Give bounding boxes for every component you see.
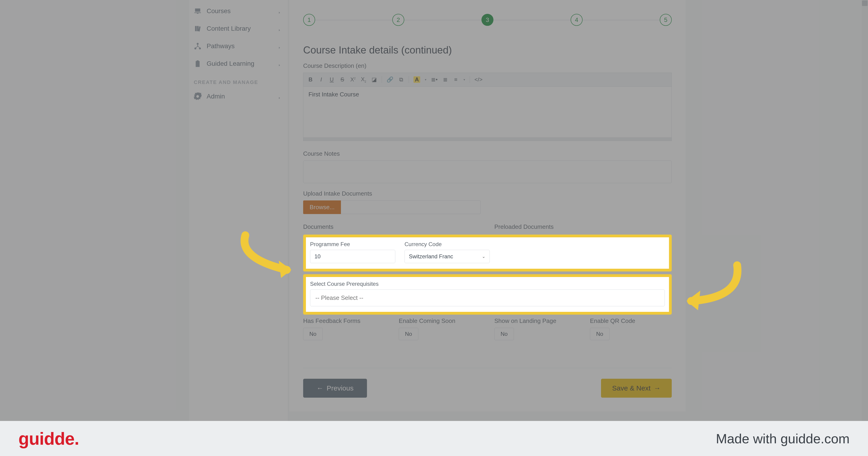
step-2[interactable]: 2 (392, 14, 404, 26)
sidebar-section-header: CREATE AND MANAGE (189, 73, 288, 88)
upload-row: Browse... (303, 200, 480, 214)
sidebar-item-admin[interactable]: Admin (189, 88, 288, 105)
save-next-button[interactable]: Save & Next → (601, 379, 672, 398)
align-icon[interactable]: ≡ (453, 76, 459, 83)
chevron-right-icon (277, 9, 281, 13)
svg-point-0 (197, 43, 199, 45)
rich-text-editor: B I U S X2 X2 ◪ 🔗 ⧉ A▾ ≣• ≣ ≡▾ </> First… (303, 73, 672, 141)
previous-label: Previous (327, 384, 353, 392)
chevron-right-icon (277, 62, 281, 66)
previous-button[interactable]: ← Previous (303, 379, 367, 398)
made-with-label: Made with guidde.com (716, 431, 849, 446)
upload-path[interactable] (341, 200, 480, 214)
landing-label: Show on Landing Page (494, 317, 576, 324)
editor-toolbar: B I U S X2 X2 ◪ 🔗 ⧉ A▾ ≣• ≣ ≡▾ </> (303, 73, 672, 87)
sidebar-item-pathways[interactable]: Pathways (189, 37, 288, 55)
toggle-row: Has Feedback Forms No Enable Coming Soon… (303, 317, 672, 340)
qr-toggle[interactable]: No (590, 328, 610, 340)
sidebar-item-content-library[interactable]: Content Library (189, 20, 288, 37)
sidebar-item-courses[interactable]: Courses (189, 2, 288, 20)
currency-value: Switzerland Franc (409, 253, 453, 260)
link-icon[interactable]: 🔗 (386, 76, 394, 83)
description-label: Course Description (en) (303, 62, 672, 69)
editor-content[interactable]: First Intake Course (303, 87, 672, 138)
caret-icon[interactable]: ▾ (464, 78, 465, 81)
scrollbar-thumb[interactable] (862, 0, 868, 6)
qr-label: Enable QR Code (590, 317, 672, 324)
pathways-icon (194, 42, 202, 50)
sidebar: Courses Content Library Pathways Guided … (189, 0, 288, 456)
sidebar-item-label: Pathways (207, 42, 272, 50)
coming-soon-toggle[interactable]: No (399, 328, 418, 340)
step-1[interactable]: 1 (303, 14, 315, 26)
arrow-left-icon: ← (316, 384, 323, 392)
main-content: 1 2 3 4 5 Course Intake details (continu… (289, 0, 686, 411)
superscript-icon[interactable]: X2 (350, 76, 356, 83)
monitor-icon (194, 7, 202, 15)
chevron-right-icon (277, 94, 281, 98)
notes-label: Course Notes (303, 150, 672, 157)
library-icon (194, 25, 202, 32)
chevron-down-icon: ⌄ (482, 254, 485, 259)
bullet-list-icon[interactable]: ≣• (431, 76, 437, 83)
coming-soon-label: Enable Coming Soon (399, 317, 480, 324)
step-5[interactable]: 5 (660, 14, 672, 26)
stepper: 1 2 3 4 5 (303, 14, 672, 26)
unlink-icon[interactable]: ⧉ (398, 76, 404, 83)
code-icon[interactable]: </> (474, 76, 483, 83)
step-3[interactable]: 3 (482, 14, 493, 26)
clipboard-icon (194, 60, 202, 67)
sidebar-item-label: Guided Learning (207, 60, 272, 67)
prereq-label: Select Course Prerequisites (310, 281, 665, 287)
landing-toggle[interactable]: No (494, 328, 514, 340)
currency-select[interactable]: Switzerland Franc ⌄ (404, 250, 490, 263)
resize-handle[interactable] (303, 138, 672, 141)
course-notes-input[interactable] (303, 161, 672, 183)
highlight-prerequisites: Select Course Prerequisites (303, 274, 672, 315)
eraser-icon[interactable]: ◪ (371, 76, 377, 83)
sidebar-item-label: Admin (207, 93, 272, 100)
highlight-fee-currency: Programme Fee Currency Code Switzerland … (303, 234, 672, 272)
upload-label: Upload Intake Documents (303, 190, 672, 197)
page-title: Course Intake details (continued) (303, 44, 672, 56)
number-list-icon[interactable]: ≣ (442, 76, 448, 83)
chevron-right-icon (277, 27, 281, 31)
preloaded-documents-label: Preloaded Documents (494, 223, 672, 230)
arrow-right-icon: → (654, 384, 661, 392)
sidebar-item-label: Courses (207, 7, 272, 15)
prerequisites-select[interactable] (310, 289, 665, 306)
guidde-logo: guidde. (19, 429, 79, 449)
chevron-right-icon (277, 44, 281, 48)
footer: guidde. Made with guidde.com (0, 421, 868, 456)
documents-label: Documents (303, 223, 485, 230)
bottom-bar: ← Previous Save & Next → (303, 368, 672, 398)
sidebar-item-label: Content Library (207, 25, 272, 32)
bold-icon[interactable]: B (308, 76, 313, 83)
feedback-toggle[interactable]: No (303, 328, 323, 340)
feedback-label: Has Feedback Forms (303, 317, 385, 324)
gear-icon (194, 92, 202, 100)
browse-button[interactable]: Browse... (303, 200, 341, 214)
currency-label: Currency Code (404, 241, 490, 248)
caret-icon[interactable]: ▾ (425, 78, 426, 81)
underline-icon[interactable]: U (329, 76, 335, 83)
step-4[interactable]: 4 (570, 14, 583, 26)
sidebar-item-guided-learning[interactable]: Guided Learning (189, 55, 288, 73)
scrollbar[interactable] (862, 0, 868, 456)
strike-icon[interactable]: S (339, 76, 345, 83)
separator (470, 76, 470, 83)
subscript-icon[interactable]: X2 (361, 76, 367, 83)
highlight-icon[interactable]: A (413, 76, 420, 83)
italic-icon[interactable]: I (318, 76, 324, 83)
fee-label: Programme Fee (310, 241, 395, 248)
save-next-label: Save & Next (612, 384, 651, 392)
programme-fee-input[interactable] (310, 250, 395, 263)
